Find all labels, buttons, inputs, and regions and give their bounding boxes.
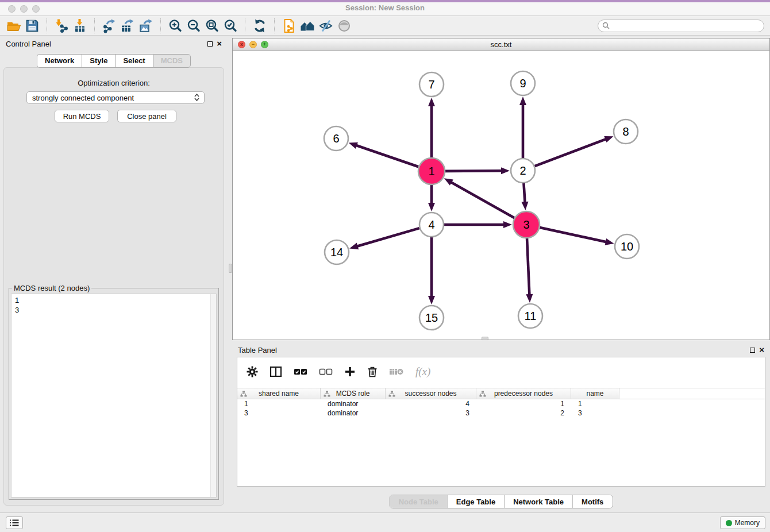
- result-scrollbar[interactable]: [210, 294, 216, 497]
- minimize-window-icon[interactable]: [20, 5, 28, 13]
- export-table-icon[interactable]: [118, 17, 137, 34]
- run-mcds-button[interactable]: Run MCDS: [55, 110, 109, 122]
- column-header-MCDS-role[interactable]: MCDS role: [321, 388, 386, 399]
- main-toolbar: [0, 16, 770, 36]
- window-top-accent: [0, 0, 770, 2]
- table-row[interactable]: 3dominator323: [237, 408, 765, 418]
- export-image-icon[interactable]: [137, 17, 155, 34]
- graph-edge-3-1[interactable]: [449, 182, 514, 218]
- network-maximize-icon[interactable]: +: [261, 41, 268, 48]
- column-label: predecessor nodes: [494, 390, 553, 398]
- graph-node-label: 6: [333, 132, 339, 145]
- close-table-panel-icon[interactable]: ×: [759, 347, 764, 353]
- vertical-divider-grip[interactable]: [229, 264, 232, 273]
- apply-layout-icon[interactable]: [251, 17, 269, 34]
- close-window-icon[interactable]: [8, 5, 16, 13]
- graph-node-label: 2: [519, 164, 526, 177]
- mcds-result-lines: 1 3: [11, 294, 216, 316]
- add-column-icon[interactable]: [344, 366, 356, 377]
- home-icon[interactable]: [298, 17, 317, 34]
- graph-edge-4-14[interactable]: [356, 228, 419, 246]
- hide-graphics-details-icon[interactable]: [317, 17, 335, 34]
- close-panel-icon[interactable]: ×: [217, 41, 222, 47]
- cell-successor-nodes: 4: [386, 399, 476, 408]
- import-table-icon[interactable]: [71, 17, 89, 34]
- column-label: MCDS role: [336, 390, 370, 398]
- graph-edge-3-11[interactable]: [527, 238, 529, 296]
- column-label: successor nodes: [405, 390, 456, 398]
- tab-motifs[interactable]: Motifs: [572, 495, 612, 508]
- graph-node-label: 14: [330, 246, 343, 259]
- delete-table-icon: [389, 367, 404, 376]
- graph-edge-1-2[interactable]: [445, 171, 503, 171]
- chevron-up-down-icon: [194, 94, 199, 101]
- edge-arrowhead: [521, 202, 528, 210]
- zoom-in-icon[interactable]: [166, 17, 184, 34]
- edge-arrowhead: [526, 294, 533, 303]
- settings-gear-icon[interactable]: [247, 366, 258, 377]
- horizontal-divider-grip[interactable]: [482, 337, 488, 340]
- table-toolbar: f(x): [237, 357, 765, 386]
- search-field[interactable]: [598, 20, 764, 32]
- node-table-container: f(x) shared nameMCDS rolesuccessor nodes…: [237, 357, 765, 487]
- deselect-all-icon[interactable]: [319, 368, 333, 376]
- criterion-dropdown[interactable]: strongly connected component: [26, 91, 205, 104]
- table-row[interactable]: 1dominator411: [237, 399, 765, 408]
- window-controls[interactable]: [8, 5, 40, 13]
- zoom-out-icon[interactable]: [184, 17, 203, 34]
- tab-style[interactable]: Style: [82, 54, 115, 68]
- graph-edge-3-10[interactable]: [540, 228, 607, 242]
- tab-network[interactable]: Network: [37, 54, 82, 68]
- column-header-predecessor-nodes[interactable]: predecessor nodes: [476, 388, 571, 399]
- network-window-title: scc.txt: [491, 40, 512, 49]
- network-close-icon[interactable]: x: [238, 41, 245, 48]
- search-input[interactable]: [612, 22, 764, 30]
- task-console-button[interactable]: [6, 516, 23, 529]
- column-header-name[interactable]: name: [571, 388, 619, 399]
- import-network-icon[interactable]: [52, 17, 71, 34]
- memory-button[interactable]: Memory: [720, 516, 765, 529]
- column-header-successor-nodes[interactable]: successor nodes: [386, 388, 476, 399]
- graph-edge-1-6[interactable]: [355, 145, 418, 167]
- delete-column-icon[interactable]: [367, 366, 378, 377]
- column-split-icon[interactable]: [270, 366, 282, 377]
- edge-arrowhead: [605, 238, 614, 245]
- network-graph[interactable]: 7968124314101511: [233, 51, 769, 340]
- toolbar-separator: [245, 18, 245, 33]
- tab-network-table[interactable]: Network Table: [504, 495, 572, 508]
- edge-arrowhead: [444, 178, 453, 186]
- float-panel-icon[interactable]: [207, 41, 213, 47]
- graph-node-label: 8: [622, 125, 629, 138]
- mcds-result-box[interactable]: 1 3: [11, 294, 217, 498]
- table-rows: 1dominator4113dominator323: [237, 399, 765, 418]
- zoom-fit-icon[interactable]: [203, 17, 221, 34]
- column-header-shared-name[interactable]: shared name: [237, 388, 321, 399]
- network-canvas[interactable]: 7968124314101511: [233, 51, 769, 340]
- search-icon: [602, 22, 610, 29]
- table-tab-bar: Node TableEdge TableNetwork TableMotifs: [390, 495, 613, 508]
- graph-edge-2-8[interactable]: [535, 138, 608, 166]
- network-minimize-icon[interactable]: −: [249, 41, 257, 48]
- export-network-icon[interactable]: [100, 17, 118, 34]
- select-all-icon[interactable]: [294, 368, 307, 376]
- save-session-icon[interactable]: [23, 17, 41, 34]
- table-panel-header: Table Panel ×: [232, 342, 770, 358]
- control-panel: Control Panel × NetworkStyleSelectMCDS O…: [0, 36, 228, 512]
- graph-edge-2-3[interactable]: [523, 183, 525, 204]
- maximize-window-icon[interactable]: [32, 5, 40, 13]
- close-panel-button[interactable]: Close panel: [117, 110, 176, 122]
- network-window-titlebar[interactable]: x − + scc.txt: [233, 38, 769, 51]
- zoom-selected-icon[interactable]: [221, 17, 240, 34]
- criterion-value: strongly connected component: [32, 94, 134, 102]
- tab-mcds[interactable]: MCDS: [153, 54, 191, 68]
- new-network-file-icon[interactable]: [280, 17, 298, 34]
- node-table[interactable]: shared nameMCDS rolesuccessor nodesprede…: [237, 388, 765, 486]
- cell-shared-name: 3: [237, 408, 321, 418]
- float-table-panel-icon[interactable]: [750, 348, 755, 353]
- tab-node-table[interactable]: Node Table: [390, 495, 447, 508]
- tab-select[interactable]: Select: [115, 54, 152, 68]
- show-graphics-details-icon: [335, 17, 353, 34]
- open-session-icon[interactable]: [5, 17, 23, 34]
- tab-edge-table[interactable]: Edge Table: [447, 495, 504, 508]
- toolbar-separator: [160, 18, 161, 33]
